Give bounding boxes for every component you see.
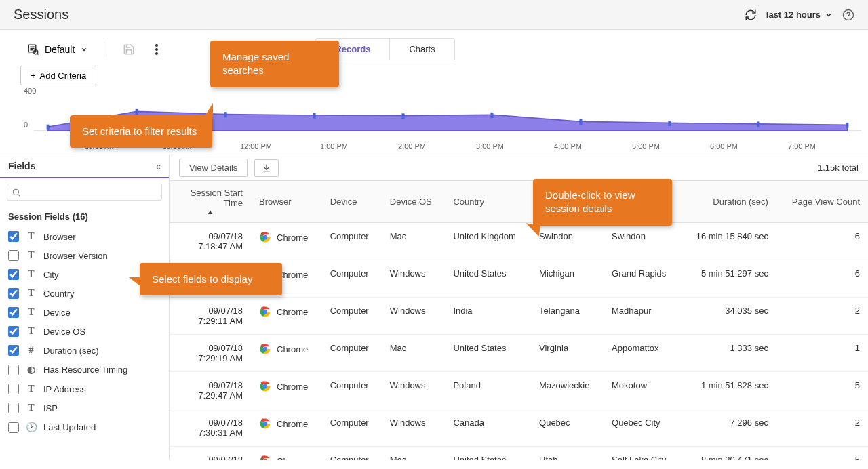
x-tick: 12:00 PM bbox=[217, 142, 295, 150]
cell: Computer bbox=[322, 223, 382, 260]
table-row[interactable]: 09/07/18 7:18:47 AMChromeComputerMacUnit… bbox=[170, 223, 868, 260]
refresh-icon[interactable] bbox=[745, 9, 757, 21]
cell: Chrome bbox=[251, 372, 322, 409]
svg-rect-12 bbox=[47, 125, 50, 130]
field-item[interactable]: TDevice bbox=[0, 303, 169, 322]
cell: Mac bbox=[382, 335, 446, 372]
field-checkbox[interactable] bbox=[8, 403, 19, 413]
col-device-os[interactable]: Device OS bbox=[382, 181, 446, 223]
field-type-icon: T bbox=[26, 384, 37, 394]
header-controls: last 12 hours bbox=[745, 9, 854, 21]
field-checkbox[interactable] bbox=[8, 269, 19, 280]
cell: 09/07/18 7:29:19 AM bbox=[170, 335, 251, 372]
field-type-icon: # bbox=[26, 345, 37, 356]
col-duration-sec-[interactable]: Duration (sec) bbox=[680, 181, 776, 223]
cell: Canada bbox=[445, 409, 531, 447]
col-country[interactable]: Country bbox=[445, 181, 531, 223]
fields-sidebar: Fields « Session Fields (16) TBrowserTBr… bbox=[0, 155, 170, 460]
col-session-start-time[interactable]: Session Start Time▲ bbox=[170, 181, 251, 223]
col-page-view-count[interactable]: Page View Count bbox=[776, 181, 868, 223]
cell: Appomattox bbox=[604, 335, 680, 372]
tab-charts[interactable]: Charts bbox=[390, 39, 454, 60]
field-type-icon: T bbox=[26, 250, 37, 261]
download-icon bbox=[262, 163, 271, 173]
field-label: Browser Version bbox=[43, 251, 108, 261]
field-item[interactable]: ◐Has Resource Timing bbox=[0, 360, 169, 380]
save-icon[interactable] bbox=[117, 40, 140, 59]
col-browser[interactable]: Browser bbox=[251, 181, 322, 223]
field-item[interactable]: 🕑Last Updated bbox=[0, 417, 169, 437]
table-row[interactable]: 09/07/18 7:29:47 AMChromeComputerWindows… bbox=[170, 372, 868, 409]
plus-icon: + bbox=[31, 70, 36, 81]
time-range-select[interactable]: last 12 hours bbox=[766, 9, 833, 20]
field-checkbox[interactable] bbox=[8, 288, 19, 299]
help-icon[interactable] bbox=[842, 9, 854, 21]
saved-search-select[interactable]: Default bbox=[20, 39, 95, 60]
svg-point-8 bbox=[155, 44, 158, 47]
field-item[interactable]: TBrowser Version bbox=[0, 246, 169, 265]
field-checkbox[interactable] bbox=[8, 345, 19, 356]
field-search-input[interactable] bbox=[21, 187, 157, 197]
cell: 09/07/18 7:29:11 AM bbox=[170, 298, 251, 335]
field-item[interactable]: TDevice OS bbox=[0, 322, 169, 341]
collapse-icon[interactable]: « bbox=[156, 161, 161, 171]
cell: United States bbox=[445, 335, 531, 372]
svg-point-22 bbox=[13, 189, 18, 195]
view-details-button[interactable]: View Details bbox=[179, 159, 248, 177]
field-checkbox[interactable] bbox=[8, 231, 19, 242]
add-criteria-button[interactable]: + Add Criteria bbox=[20, 66, 96, 85]
cell: 1 bbox=[776, 335, 868, 372]
field-item[interactable]: TBrowser bbox=[0, 227, 169, 246]
field-label: IP Address bbox=[43, 384, 86, 394]
field-item[interactable]: #Duration (sec) bbox=[0, 341, 169, 360]
x-tick: 6:00 PM bbox=[685, 142, 763, 150]
table-row[interactable]: 09/07/18 7:30:31 AMChromeComputerWindows… bbox=[170, 409, 868, 447]
field-type-icon: T bbox=[26, 288, 37, 299]
page-title: Sessions bbox=[14, 7, 68, 22]
field-checkbox[interactable] bbox=[8, 384, 19, 394]
field-checkbox[interactable] bbox=[8, 307, 19, 318]
cell: Chrome bbox=[251, 298, 322, 335]
cell: 5 bbox=[776, 372, 868, 409]
field-search[interactable] bbox=[7, 184, 162, 201]
svg-rect-17 bbox=[490, 113, 493, 118]
x-tick: 1:00 PM bbox=[295, 142, 373, 150]
cell: 2 bbox=[776, 409, 868, 447]
cell: 2 bbox=[776, 298, 868, 335]
main: Fields « Session Fields (16) TBrowserTBr… bbox=[0, 155, 868, 460]
field-item[interactable]: TIP Address bbox=[0, 380, 169, 399]
x-tick: 7:00 PM bbox=[763, 142, 841, 150]
cell: Mazowieckie bbox=[531, 372, 604, 409]
cell: 1 min 51.828 sec bbox=[680, 372, 776, 409]
cell: Windows bbox=[382, 260, 446, 298]
field-checkbox[interactable] bbox=[8, 250, 19, 261]
cell: Grand Rapids bbox=[604, 260, 680, 298]
field-type-icon: 🕑 bbox=[26, 422, 37, 433]
criteria-row: + Add Criteria bbox=[0, 60, 868, 88]
cell: Salt Lake City bbox=[604, 447, 680, 460]
table-row[interactable]: 09/07/18 7:29:11 AMChromeComputerWindows… bbox=[170, 298, 868, 335]
cell: Computer bbox=[322, 335, 382, 372]
field-item[interactable]: TISP bbox=[0, 399, 169, 417]
field-checkbox[interactable] bbox=[8, 326, 19, 337]
session-fields-title: Session Fields (16) bbox=[0, 206, 169, 227]
download-button[interactable] bbox=[254, 159, 279, 177]
total-count: 1.15k total bbox=[818, 163, 859, 173]
cell: 8 min 20.471 sec bbox=[680, 447, 776, 460]
cell: India bbox=[445, 298, 531, 335]
field-label: Duration (sec) bbox=[43, 346, 99, 356]
toolbar: Default Records Charts bbox=[0, 30, 868, 60]
field-type-icon: T bbox=[26, 403, 37, 413]
field-checkbox[interactable] bbox=[8, 422, 19, 433]
field-checkbox[interactable] bbox=[8, 365, 19, 375]
cell: Utah bbox=[531, 447, 604, 460]
field-label: Last Updated bbox=[43, 422, 96, 432]
table-row[interactable]: 09/07/18 7:29:19 AMChromeComputerMacUnit… bbox=[170, 335, 868, 372]
svg-rect-18 bbox=[579, 119, 582, 125]
chevron-down-icon bbox=[80, 45, 88, 54]
cell: 34.035 sec bbox=[680, 298, 776, 335]
col-device[interactable]: Device bbox=[322, 181, 382, 223]
cell: 09/07/18 7:30:31 AM bbox=[170, 409, 251, 447]
table-row[interactable]: 09/07/18 7:30:57 AMChromeComputerMacUnit… bbox=[170, 447, 868, 460]
more-icon[interactable] bbox=[151, 40, 162, 59]
